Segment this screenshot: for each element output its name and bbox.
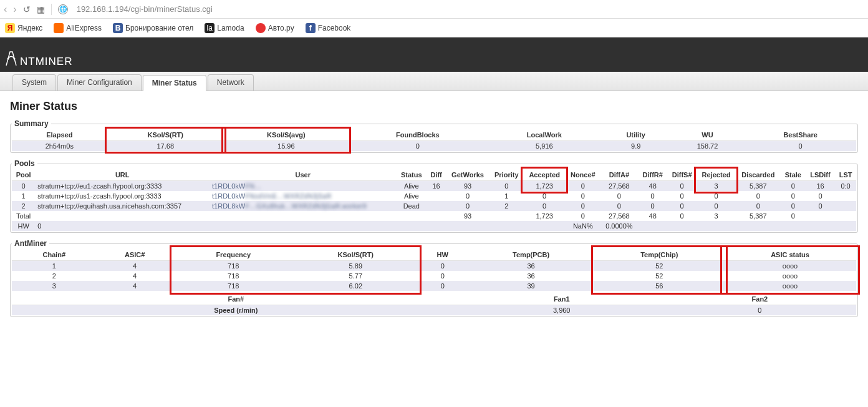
pools-cell: 3 <box>697 181 736 192</box>
chain-cell: 0 <box>418 271 468 281</box>
pools-cell <box>835 201 856 211</box>
bookmark-lamoda[interactable]: laLamoda <box>205 23 244 33</box>
pools-cell: 0 <box>781 211 806 221</box>
chain-cell: 36 <box>468 271 595 281</box>
nav-tabs: System Miner Configuration Miner Status … <box>0 72 868 91</box>
back-icon[interactable]: ‹ <box>4 4 7 15</box>
pools-cell: 1 <box>12 191 35 201</box>
pools-cell <box>396 211 427 221</box>
pools-table: PoolURLUserStatusDiffGetWorksPriorityAcc… <box>12 169 856 231</box>
fan-row: Speed (r/min)3,9600 <box>12 305 856 316</box>
bookmark-aliexpress[interactable]: AliExpress <box>54 23 102 33</box>
pools-cell <box>835 191 856 201</box>
pools-cell: Alive <box>396 181 427 192</box>
pools-col-user: User <box>210 169 396 181</box>
summary-cell: 9.9 <box>601 141 670 152</box>
tab-network[interactable]: Network <box>208 74 254 91</box>
pools-cell: 0 <box>638 201 667 211</box>
pools-col-lsdiff: LSDiff <box>806 169 835 181</box>
pools-cell: 1,723 <box>523 211 565 221</box>
chain-col-asic-status: ASIC status <box>724 249 856 261</box>
pools-cell: 0 <box>638 191 667 201</box>
pools-cell: Total <box>12 211 35 221</box>
summary-col-utility: Utility <box>601 129 670 141</box>
pools-cell: 27,568 <box>600 181 638 192</box>
tab-miner-status[interactable]: Miner Status <box>143 75 206 91</box>
chain-cell: 718 <box>173 271 294 281</box>
chain-cell: 5.77 <box>294 271 418 281</box>
pools-cell <box>427 221 446 231</box>
pools-col-lst: LST <box>835 169 856 181</box>
bookmark-yandex[interactable]: ЯЯндекс <box>5 23 42 33</box>
page-content: Miner Status Summary ElapsedKSol/S(RT)KS… <box>0 91 868 328</box>
globe-icon: 🌐 <box>58 4 68 14</box>
chain-col-chain-: Chain# <box>12 249 97 261</box>
summary-legend: Summary <box>12 119 51 128</box>
pools-cell <box>697 221 736 231</box>
pools-cell: 0 <box>35 221 210 231</box>
fan-cell: 3,960 <box>460 305 663 316</box>
app-header: NTMINER <box>0 37 868 72</box>
chain-cell: 0 <box>418 281 468 291</box>
pools-cell: 5,387 <box>736 181 781 192</box>
pools-cell: 1,723 <box>523 181 565 192</box>
pools-col-diffa-: DiffA# <box>600 169 638 181</box>
pools-cell: 2 <box>12 201 35 211</box>
pools-cell <box>523 221 565 231</box>
pools-row: 1stratum+tcp://us1-zcash.flypool.org:333… <box>12 191 856 201</box>
pools-cell <box>427 211 446 221</box>
apps-icon[interactable]: ▦ <box>37 4 45 14</box>
antminer-panel: AntMiner Chain#ASIC#FrequencyKSol/S(RT)H… <box>10 239 858 317</box>
pools-cell: 27,568 <box>600 211 638 221</box>
pools-cell: 0.0000% <box>600 221 638 231</box>
pools-cell: 0 <box>736 191 781 201</box>
fan-col-fan2: Fan2 <box>663 293 856 305</box>
summary-col-wu: WU <box>670 129 745 141</box>
chain-col-hw: HW <box>418 249 468 261</box>
antminer-legend: AntMiner <box>12 239 49 248</box>
address-bar[interactable]: 192.168.1.194/cgi-bin/minerStatus.cgi <box>77 4 213 14</box>
reload-icon[interactable]: ↺ <box>23 4 31 14</box>
bookmark-facebook[interactable]: fFacebook <box>306 23 351 33</box>
pools-col-diffr-: DiffR# <box>638 169 667 181</box>
summary-cell: 158.72 <box>670 141 745 152</box>
pools-col-diffs-: DiffS# <box>667 169 697 181</box>
pools-cell: 0 <box>667 211 697 221</box>
pools-cell <box>736 221 781 231</box>
pools-cell: 0 <box>523 191 565 201</box>
pools-cell: 0:0 <box>835 181 856 192</box>
pools-cell <box>835 211 856 221</box>
chain-cell: 1 <box>12 261 97 272</box>
pools-cell: t1RDL8kWF…GXu8huk…WXRZdN3jGaR.worker9 <box>210 201 396 211</box>
tab-miner-config[interactable]: Miner Configuration <box>57 74 142 91</box>
pools-cell: 3 <box>697 211 736 221</box>
browser-toolbar: ‹ › ↺ ▦ 🌐 192.168.1.194/cgi-bin/minerSta… <box>0 0 868 19</box>
bookmark-auto[interactable]: Авто.ру <box>256 23 294 33</box>
pools-cell: 48 <box>638 181 667 192</box>
summary-col-localwork: LocalWork <box>487 129 601 141</box>
pools-cell: Alive <box>396 191 427 201</box>
summary-panel: Summary ElapsedKSol/S(RT)KSol/S(avg)Foun… <box>10 119 858 153</box>
forward-icon[interactable]: › <box>13 4 16 15</box>
pools-cell: 5,387 <box>736 211 781 221</box>
svg-point-0 <box>7 58 9 60</box>
chain-col-temp-chip-: Temp(Chip) <box>595 249 725 261</box>
pools-cell: stratum+tcp://us1-zcash.flypool.org:3333 <box>35 191 210 201</box>
tab-system[interactable]: System <box>12 74 56 91</box>
pools-cell: 2 <box>489 201 523 211</box>
pools-col-getworks: GetWorks <box>446 169 489 181</box>
pools-col-accepted: Accepted <box>523 169 565 181</box>
fan-table: Fan#Fan1Fan2Speed (r/min)3,9600 <box>12 293 856 315</box>
summary-col-ksol-s-rt-: KSol/S(RT) <box>107 129 224 141</box>
pools-cell: 0 <box>781 201 806 211</box>
bookmark-booking[interactable]: BБронирование отел <box>113 23 193 33</box>
fan-cell: Speed (r/min) <box>12 305 460 316</box>
pools-cell <box>210 211 396 221</box>
bookmarks-bar: ЯЯндекс AliExpress BБронирование отел la… <box>0 19 868 37</box>
pools-cell: 0 <box>697 201 736 211</box>
chain-cell: 52 <box>595 271 725 281</box>
pools-cell: 0 <box>781 181 806 192</box>
pools-cell: 0 <box>566 211 600 221</box>
chain-col-temp-pcb-: Temp(PCB) <box>468 249 595 261</box>
pools-cell: 0 <box>12 181 35 192</box>
